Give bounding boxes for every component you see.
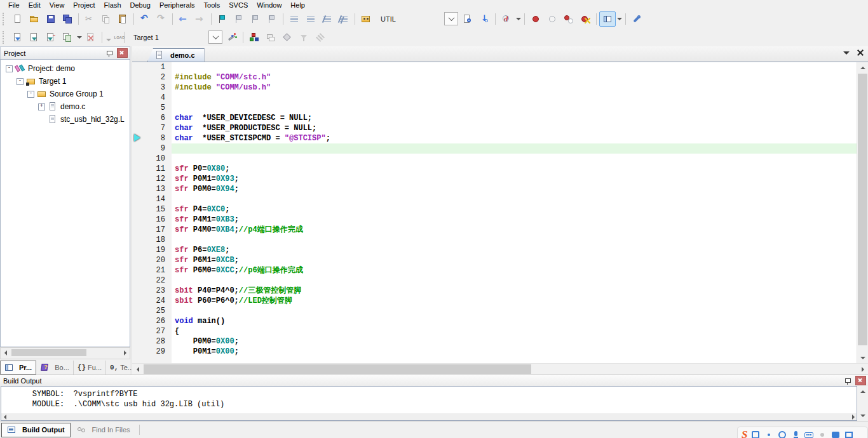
code-line[interactable]: 4: [132, 93, 857, 103]
code-line[interactable]: 1: [132, 62, 857, 72]
scroll-down-icon[interactable]: [857, 352, 868, 363]
menu-edit[interactable]: Edit: [24, 1, 45, 9]
code-line[interactable]: 28 P0M0=0X00;: [132, 336, 857, 347]
scroll-up-icon[interactable]: [857, 62, 868, 73]
workspace-tab-fu[interactable]: {}Fu...: [74, 361, 106, 375]
lookup-dropdown-icon[interactable]: [515, 12, 522, 26]
tree-item-target-1[interactable]: -Target 1: [1, 75, 130, 88]
scroll-left-icon[interactable]: [132, 364, 143, 375]
code-line[interactable]: 19sfr P6=0XE8;: [132, 245, 857, 255]
code-line[interactable]: 16sfr P4M1=0XB3;: [132, 215, 857, 225]
find-in-files-dialog-button[interactable]: [459, 11, 476, 27]
code-line[interactable]: 25: [132, 306, 857, 316]
functions-filter-button[interactable]: [295, 30, 312, 45]
tree-item-stc-usb-hid-32g-l[interactable]: stc_usb_hid_32g.L: [1, 113, 130, 126]
code-line[interactable]: 11sfr P0=0X80;: [132, 164, 857, 174]
undo-button[interactable]: [137, 11, 153, 27]
file-extensions-button[interactable]: [262, 30, 279, 45]
tree-expander-icon[interactable]: -: [27, 91, 34, 98]
clear-bookmarks-button[interactable]: [264, 11, 280, 27]
code-line[interactable]: 9: [132, 143, 857, 154]
comment-selection-button[interactable]: [319, 11, 336, 27]
cursor-dot-icon[interactable]: [764, 431, 774, 438]
code-line[interactable]: 29 P0M1=0X00;: [132, 347, 857, 357]
menu-tools[interactable]: Tools: [200, 1, 225, 9]
tree-item-project-demo[interactable]: -Project: demo: [1, 62, 130, 75]
target-combobox-dropdown-icon[interactable]: [208, 30, 222, 44]
scroll-right-icon[interactable]: [857, 364, 868, 375]
code-line[interactable]: 23sbit P40=P4^0;//三极管控制管脚: [132, 286, 857, 296]
menu-file[interactable]: File: [4, 1, 24, 9]
search-combobox[interactable]: UTIL: [376, 13, 458, 25]
workspace-tab-bo[interactable]: Bo...: [36, 361, 74, 375]
code-line[interactable]: 10: [132, 154, 857, 164]
navigate-back-button[interactable]: [175, 11, 192, 27]
workspace-tab-pr[interactable]: Pr...: [0, 361, 36, 375]
scroll-thumb[interactable]: [858, 74, 867, 345]
code-line[interactable]: 3#include "COMM/usb.h": [132, 83, 857, 93]
tree-expander-icon[interactable]: -: [6, 65, 13, 72]
target-options-button[interactable]: [224, 30, 240, 45]
insert-breakpoint-button[interactable]: [527, 11, 544, 27]
tree-item-demo-c[interactable]: +demo.c: [1, 100, 130, 113]
pin-icon[interactable]: [105, 50, 113, 57]
rebuild-all-button[interactable]: [43, 30, 59, 45]
code-line[interactable]: 14: [132, 194, 857, 204]
code-line[interactable]: 8char *USER_STCISPCMD = "@STCISP";: [132, 133, 857, 143]
keyboard-icon[interactable]: [804, 431, 814, 438]
code-line[interactable]: 22: [132, 275, 857, 286]
build-output-content[interactable]: SYMBOL: ?vsprintf?BYTE MODULE: .\COMM\st…: [1, 386, 857, 421]
incremental-find-button[interactable]: [476, 11, 492, 27]
build-output-horizontal-scrollbar[interactable]: [1, 413, 857, 420]
build-output-vertical-scrollbar[interactable]: [857, 386, 868, 421]
scroll-up-icon[interactable]: [857, 386, 868, 397]
code-line[interactable]: 15sfr P4=0XC0;: [132, 204, 857, 215]
window-layout-button[interactable]: [599, 11, 616, 27]
code-line[interactable]: 20sfr P6M1=0XCB;: [132, 255, 857, 265]
open-file-button[interactable]: [26, 11, 43, 27]
input-mode-icon[interactable]: [751, 431, 761, 438]
ime-toolbar[interactable]: S: [737, 427, 868, 438]
tree-item-source-group-1[interactable]: -Source Group 1: [1, 88, 130, 100]
new-file-button[interactable]: [10, 11, 26, 27]
scroll-down-icon[interactable]: [857, 410, 868, 421]
tree-expander-icon[interactable]: -: [17, 78, 24, 85]
code-line[interactable]: 5: [132, 103, 857, 113]
download-button[interactable]: LOAD: [105, 30, 121, 45]
stop-build-button[interactable]: [83, 30, 99, 45]
close-icon[interactable]: [117, 48, 128, 58]
code-line[interactable]: 2#include "COMM/stc.h": [132, 72, 857, 83]
menu-flash[interactable]: Flash: [100, 1, 126, 9]
scroll-thumb[interactable]: [144, 364, 531, 374]
lookup-button[interactable]: [498, 11, 515, 27]
menu-window[interactable]: Window: [252, 1, 286, 9]
scroll-left-icon[interactable]: [1, 413, 8, 420]
tab-demo-c[interactable]: demo.c: [147, 48, 205, 62]
save-file-button[interactable]: [43, 11, 59, 27]
sogou-logo-icon[interactable]: S: [742, 428, 747, 438]
save-all-button[interactable]: [59, 11, 76, 27]
enable-breakpoint-button[interactable]: [544, 11, 560, 27]
prev-bookmark-button[interactable]: [231, 11, 247, 27]
bottom-tab-find-in-files[interactable]: Find In Files: [72, 423, 135, 437]
window-layout-dropdown-icon[interactable]: [616, 12, 623, 26]
menu-view[interactable]: View: [45, 1, 69, 9]
code-view[interactable]: 12#include "COMM/stc.h"3#include "COMM/u…: [132, 62, 857, 363]
close-document-icon[interactable]: [857, 49, 864, 56]
code-line[interactable]: 17sfr P4M0=0XB4;//p4端口操作完成: [132, 225, 857, 235]
toggle-bookmark-button[interactable]: [214, 11, 231, 27]
code-line[interactable]: 24sbit P60=P6^0;//LED控制管脚: [132, 296, 857, 306]
next-bookmark-button[interactable]: [247, 11, 264, 27]
editor-horizontal-scrollbar[interactable]: [132, 363, 868, 375]
toolbar-grip[interactable]: [3, 13, 7, 25]
menu-peripherals[interactable]: Peripherals: [155, 1, 200, 9]
paste-button[interactable]: [114, 11, 131, 27]
batch-build-dropdown-icon[interactable]: [76, 30, 83, 44]
books-button[interactable]: [279, 30, 295, 45]
translate-file-button[interactable]: [10, 30, 26, 45]
uncomment-selection-button[interactable]: [336, 11, 352, 27]
scroll-right-icon[interactable]: [120, 348, 130, 357]
navigate-forward-button[interactable]: [192, 11, 208, 27]
menu-svcs[interactable]: SVCS: [224, 1, 252, 9]
scroll-right-icon[interactable]: [850, 413, 857, 420]
